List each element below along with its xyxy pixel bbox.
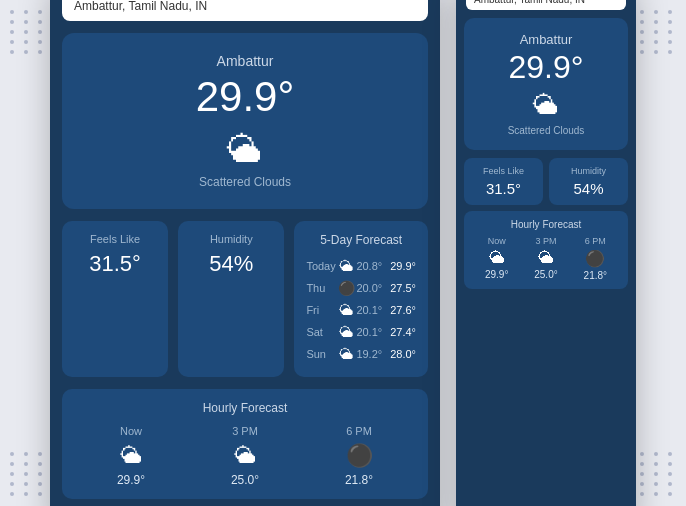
hourly-temp: 25.0° bbox=[188, 473, 302, 487]
hourly-icon: 🌥 bbox=[188, 443, 302, 469]
forecast-day: Sat bbox=[306, 326, 336, 338]
mini-hourly-items: Now 🌥 29.9° 3 PM 🌥 25.0° 6 PM ⚫ 21.8° bbox=[472, 236, 620, 281]
mini-hourly-title: Hourly Forecast bbox=[472, 219, 620, 230]
hourly-temp: 29.9° bbox=[74, 473, 188, 487]
humidity-value: 54% bbox=[190, 251, 272, 277]
humidity-label: Humidity bbox=[190, 233, 272, 245]
forecast-temps: 20.0° 27.5° bbox=[356, 282, 416, 294]
mini-weather-icon: 🌥 bbox=[478, 90, 614, 121]
main-temperature: 29.9° bbox=[82, 73, 408, 121]
hourly-time: 3 PM bbox=[188, 425, 302, 437]
forecast-temps: 20.1° 27.6° bbox=[356, 304, 416, 316]
forecast-low: 19.2° bbox=[356, 348, 382, 360]
forecast-day: Today bbox=[306, 260, 336, 272]
mini-temperature: 29.9° bbox=[478, 49, 614, 86]
mini-hourly-temp: 29.9° bbox=[485, 269, 508, 280]
forecast-high: 27.4° bbox=[390, 326, 416, 338]
forecast-icon: ⚫ bbox=[336, 280, 356, 296]
forecast-icon: 🌥 bbox=[336, 258, 356, 274]
forecast-row: Sat 🌥 20.1° 27.4° bbox=[306, 321, 416, 343]
mini-weather-panel: Ambattur 29.9° 🌥 Scattered Clouds bbox=[464, 18, 628, 150]
main-search-bar[interactable]: Ambattur, Tamil Nadu, IN bbox=[62, 0, 428, 21]
hourly-item: 6 PM ⚫ 21.8° bbox=[302, 425, 416, 487]
forecast-title: 5-Day Forecast bbox=[306, 233, 416, 247]
forecast-high: 27.6° bbox=[390, 304, 416, 316]
forecast-icon: 🌥 bbox=[336, 346, 356, 362]
app-container: Ambattur, Tamil Nadu, IN Ambattur 29.9° … bbox=[50, 0, 636, 506]
mini-hourly-icon: 🌥 bbox=[534, 249, 557, 267]
mini-weather-card: Ambattur, Tamil Nadu, IN Ambattur 29.9° … bbox=[456, 0, 636, 506]
forecast-icon: 🌥 bbox=[336, 324, 356, 340]
forecast-low: 20.1° bbox=[356, 326, 382, 338]
mini-hourly-temp: 25.0° bbox=[534, 269, 557, 280]
feels-like-card: Feels Like 31.5° bbox=[62, 221, 168, 377]
forecast-day: Sun bbox=[306, 348, 336, 360]
mini-hourly-temp: 21.8° bbox=[584, 270, 607, 281]
main-weather-icon: 🌥 bbox=[82, 129, 408, 171]
hourly-time: Now bbox=[74, 425, 188, 437]
forecast-row: Thu ⚫ 20.0° 27.5° bbox=[306, 277, 416, 299]
main-weather-card: Ambattur, Tamil Nadu, IN Ambattur 29.9° … bbox=[50, 0, 440, 506]
mini-weather-desc: Scattered Clouds bbox=[478, 125, 614, 136]
main-city-name: Ambattur bbox=[82, 53, 408, 69]
forecast-day: Thu bbox=[306, 282, 336, 294]
forecast-high: 27.5° bbox=[390, 282, 416, 294]
forecast-temps: 20.8° 29.9° bbox=[356, 260, 416, 272]
mini-hourly-item: 6 PM ⚫ 21.8° bbox=[584, 236, 607, 281]
mini-hourly-item: 3 PM 🌥 25.0° bbox=[534, 236, 557, 281]
mini-hourly-icon: ⚫ bbox=[584, 249, 607, 268]
forecast-temps: 20.1° 27.4° bbox=[356, 326, 416, 338]
hourly-forecast-section: Hourly Forecast Now 🌥 29.9° 3 PM 🌥 25.0°… bbox=[62, 389, 428, 499]
mini-hourly-time: 6 PM bbox=[584, 236, 607, 246]
mini-feels-like-card: Feels Like 31.5° bbox=[464, 158, 543, 205]
main-weather-desc: Scattered Clouds bbox=[82, 175, 408, 189]
hourly-items: Now 🌥 29.9° 3 PM 🌥 25.0° 6 PM ⚫ 21.8° bbox=[74, 425, 416, 487]
mini-humidity-card: Humidity 54% bbox=[549, 158, 628, 205]
hourly-item: 3 PM 🌥 25.0° bbox=[188, 425, 302, 487]
forecast-low: 20.1° bbox=[356, 304, 382, 316]
mini-stats-row: Feels Like 31.5° Humidity 54% bbox=[464, 158, 628, 205]
forecast-icon: 🌥 bbox=[336, 302, 356, 318]
hourly-time: 6 PM bbox=[302, 425, 416, 437]
mini-hourly-item: Now 🌥 29.9° bbox=[485, 236, 508, 281]
five-day-forecast-card: 5-Day Forecast Today 🌥 20.8° 29.9° Thu ⚫… bbox=[294, 221, 428, 377]
hourly-icon: 🌥 bbox=[74, 443, 188, 469]
main-stats-row: Feels Like 31.5° Humidity 54% 5-Day Fore… bbox=[62, 221, 428, 377]
forecast-rows: Today 🌥 20.8° 29.9° Thu ⚫ 20.0° 27.5° Fr… bbox=[306, 255, 416, 365]
forecast-row: Today 🌥 20.8° 29.9° bbox=[306, 255, 416, 277]
mini-hourly-time: Now bbox=[485, 236, 508, 246]
forecast-day: Fri bbox=[306, 304, 336, 316]
forecast-low: 20.8° bbox=[356, 260, 382, 272]
mini-hourly-section: Hourly Forecast Now 🌥 29.9° 3 PM 🌥 25.0°… bbox=[464, 211, 628, 289]
hourly-title: Hourly Forecast bbox=[74, 401, 416, 415]
mini-feels-like-label: Feels Like bbox=[472, 166, 535, 176]
feels-like-label: Feels Like bbox=[74, 233, 156, 245]
mini-humidity-value: 54% bbox=[557, 180, 620, 197]
mini-hourly-time: 3 PM bbox=[534, 236, 557, 246]
forecast-high: 28.0° bbox=[390, 348, 416, 360]
hourly-temp: 21.8° bbox=[302, 473, 416, 487]
hourly-icon: ⚫ bbox=[302, 443, 416, 469]
mini-search-bar[interactable]: Ambattur, Tamil Nadu, IN bbox=[466, 0, 626, 10]
forecast-temps: 19.2° 28.0° bbox=[356, 348, 416, 360]
mini-humidity-label: Humidity bbox=[557, 166, 620, 176]
mini-hourly-icon: 🌥 bbox=[485, 249, 508, 267]
forecast-row: Fri 🌥 20.1° 27.6° bbox=[306, 299, 416, 321]
feels-like-value: 31.5° bbox=[74, 251, 156, 277]
main-weather-panel: Ambattur 29.9° 🌥 Scattered Clouds bbox=[62, 33, 428, 209]
forecast-row: Sun 🌥 19.2° 28.0° bbox=[306, 343, 416, 365]
forecast-low: 20.0° bbox=[356, 282, 382, 294]
mini-feels-like-value: 31.5° bbox=[472, 180, 535, 197]
mini-city-name: Ambattur bbox=[478, 32, 614, 47]
hourly-item: Now 🌥 29.9° bbox=[74, 425, 188, 487]
humidity-card: Humidity 54% bbox=[178, 221, 284, 377]
forecast-high: 29.9° bbox=[390, 260, 416, 272]
